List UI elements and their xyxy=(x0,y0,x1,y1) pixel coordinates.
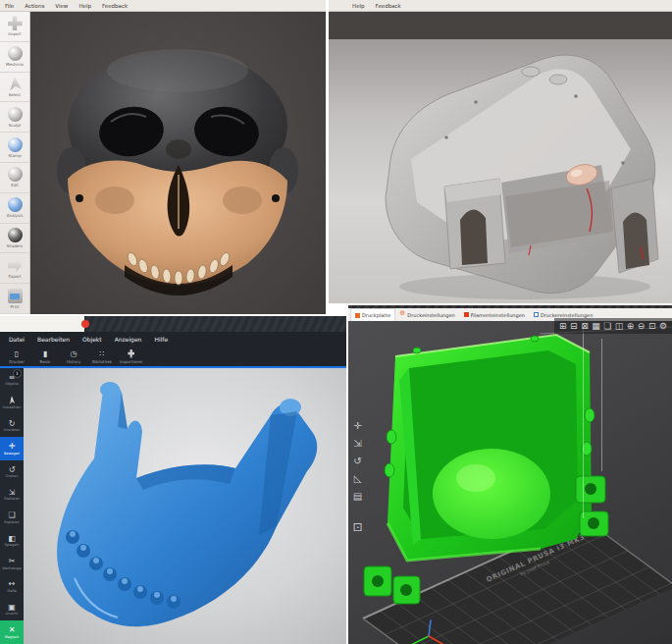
menu-item[interactable]: Actions xyxy=(25,3,44,9)
slicer-3d-viewport[interactable] xyxy=(24,368,346,644)
menu-item[interactable]: File xyxy=(5,3,14,9)
tab-icon xyxy=(464,312,469,317)
tool-icon xyxy=(8,228,23,242)
tab-label: Druckplatte xyxy=(362,312,390,318)
prusaslicer-gizmo-bar: ✛⇲↺◺▤⊡ xyxy=(349,420,366,533)
slicer-tool-sidebar: ≡ Objekte 1 ↖ Auswählen ↻ Anordnen ✛ Bew… xyxy=(0,368,24,644)
gray-mold-model[interactable] xyxy=(329,39,672,303)
tab-label: Druckereinstellungen xyxy=(541,312,593,318)
alert-dot xyxy=(81,320,89,328)
tool-label: Shaders xyxy=(7,243,23,248)
sidebar-tool-label: Auswählen xyxy=(2,405,21,409)
tool-icon xyxy=(8,46,23,61)
menu-item[interactable]: Datei xyxy=(9,336,25,343)
sidebar-tool-measure[interactable]: ↔ Maße xyxy=(0,575,24,598)
meshmixer-tool-print[interactable]: Print xyxy=(0,284,29,314)
menu-item[interactable]: Help xyxy=(352,3,365,9)
tab-print-settings[interactable]: Druckeinstellungen xyxy=(396,308,458,321)
sidebar-tool-rotate[interactable]: ↺ Drehen xyxy=(0,460,24,483)
menu-item[interactable]: Bearbeiten xyxy=(37,336,70,343)
tool-icon xyxy=(8,289,23,303)
tab-icon xyxy=(355,313,360,318)
sidebar-tool-icon: ↔ xyxy=(9,579,16,588)
sidebar-tool-copy[interactable]: ❏ Kopieren xyxy=(0,506,24,528)
toolbar-button-import[interactable]: ⇩ Importieren xyxy=(120,349,142,364)
toolbar-button-history[interactable]: ◷ History xyxy=(63,349,84,364)
meshmixer-tool-export[interactable]: Export xyxy=(0,253,29,284)
meshmixer-tool-edit[interactable]: Edit xyxy=(0,163,29,193)
tool-icon xyxy=(8,197,23,212)
sidebar-tool-magic[interactable]: ✕ Magisch xyxy=(0,620,24,643)
toolbar-button-settings[interactable]: ⚙ xyxy=(659,321,667,331)
toolbar-button-zoom-in[interactable]: ⊕ xyxy=(627,321,635,331)
toolbar-button-add[interactable]: ⊞ xyxy=(559,321,567,331)
menu-item[interactable]: View xyxy=(55,3,68,9)
sidebar-tool-icon: ✛ xyxy=(9,442,16,451)
mold-panel-menubar: HelpFeedback xyxy=(329,0,672,12)
gizmo-button-scale[interactable]: ⇲ xyxy=(353,438,361,449)
mandible-model[interactable] xyxy=(24,368,346,644)
sidebar-tool-view[interactable]: ▣ Ansicht xyxy=(0,598,24,620)
slicer-toolbar: ▯ Drucker ▮ Resin ◷ History ∷ Bibliothek… xyxy=(0,347,346,366)
tab-label: Druckeinstellungen xyxy=(407,312,454,318)
sidebar-tool-icon: ✕ xyxy=(9,625,16,634)
build-volume-edge xyxy=(601,339,602,471)
tool-icon xyxy=(8,16,23,30)
toolbar-icon: ▮ xyxy=(43,349,47,358)
toolbar-button-paste[interactable]: ◫ xyxy=(615,321,624,331)
meshmixer-tool-stamp[interactable]: Stamp xyxy=(0,133,29,163)
toolbar-button-delete-all[interactable]: ⊠ xyxy=(581,321,589,331)
mold-panel-toolbar-band xyxy=(329,12,672,39)
prusaslicer-3d-viewport[interactable]: ORIGINAL PRUSA i3 MK3 by Josef Prusa xyxy=(348,321,672,644)
tool-label: Export xyxy=(8,274,21,279)
meshmixer-tool-sculpt[interactable]: Sculpt xyxy=(0,102,29,133)
toolbar-button-instances[interactable]: ⊡ xyxy=(648,321,656,331)
gizmo-button-view-cube[interactable]: ⊡ xyxy=(352,522,362,533)
menu-item[interactable]: Feedback xyxy=(102,3,128,9)
toolbar-icon: ∷ xyxy=(99,349,104,358)
meshmixer-tool-import[interactable]: Import xyxy=(0,12,29,42)
toolbar-button-printer[interactable]: ▯ Drucker xyxy=(6,349,27,364)
tool-label: Import xyxy=(8,31,21,36)
gizmo-button-move[interactable]: ✛ xyxy=(353,420,361,431)
toolbar-button-arrange[interactable]: ▦ xyxy=(592,321,600,331)
tool-label: Edit xyxy=(11,183,19,188)
tab-plater[interactable]: Druckplatte xyxy=(350,308,395,321)
menu-item[interactable]: Hilfe xyxy=(154,336,168,343)
sidebar-tool-mirror[interactable]: ◧ Spiegeln xyxy=(0,529,24,552)
tool-label: Meshmix xyxy=(6,62,24,67)
sidebar-tool-select[interactable]: ↖ Auswählen xyxy=(0,391,24,413)
toolbar-button-library[interactable]: ∷ Bibliothek xyxy=(91,349,113,364)
sidebar-tool-scale[interactable]: ⇲ Skalieren xyxy=(0,483,24,506)
toolbar-button-delete[interactable]: ⊟ xyxy=(570,321,578,331)
mold-3d-viewport[interactable] xyxy=(329,39,672,303)
menu-item[interactable]: Feedback xyxy=(376,3,401,9)
menu-item[interactable]: Anzeigen xyxy=(115,336,142,343)
meshmixer-3d-viewport[interactable] xyxy=(30,12,326,314)
slicer-titlebar xyxy=(0,316,346,332)
meshmixer-tool-meshmix[interactable]: Meshmix xyxy=(0,42,29,73)
sidebar-tool-tools[interactable]: ✂ Werkzeuge xyxy=(0,552,24,574)
toolbar-button-copy[interactable]: ❏ xyxy=(603,321,611,331)
gizmo-button-rotate[interactable]: ↺ xyxy=(353,456,361,466)
sidebar-tool-move[interactable]: ✛ Bewegen xyxy=(0,437,24,459)
meshmixer-tool-analysis[interactable]: Analysis xyxy=(0,193,29,224)
sidebar-tool-label: Kopieren xyxy=(4,520,19,524)
meshmixer-tool-shaders[interactable]: Shaders xyxy=(0,224,29,254)
skull-model[interactable] xyxy=(30,12,326,314)
gizmo-button-place-on-face[interactable]: ◺ xyxy=(354,473,362,484)
menu-item[interactable]: Objekt xyxy=(82,336,102,343)
tab-filament-settings[interactable]: Filamenteinstellungen xyxy=(460,308,529,321)
sidebar-tool-label: Drehen xyxy=(6,474,19,478)
sidebar-tool-label: Objekte xyxy=(5,382,19,386)
menu-item[interactable]: Help xyxy=(78,3,91,9)
toolbar-button-zoom-out[interactable]: ⊖ xyxy=(638,321,646,331)
toolbar-button-resin[interactable]: ▮ Resin xyxy=(34,349,56,364)
sidebar-tool-objects[interactable]: ≡ Objekte 1 xyxy=(0,368,24,391)
toolbar-label: Bibliothek xyxy=(92,359,112,364)
meshmixer-tool-select[interactable]: Select xyxy=(0,73,29,103)
tool-icon xyxy=(8,77,23,91)
gizmo-button-cut[interactable]: ▤ xyxy=(353,491,362,502)
sidebar-tool-icon: ↺ xyxy=(9,465,16,474)
sidebar-tool-arrange[interactable]: ↻ Anordnen xyxy=(0,414,24,437)
